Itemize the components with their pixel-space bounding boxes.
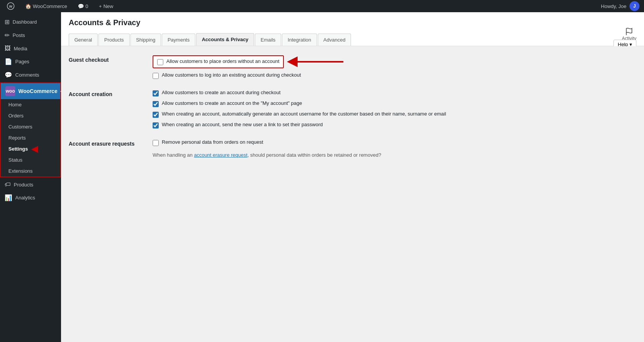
auto-username-label: When creating an account, automatically …: [162, 111, 446, 117]
sidebar: ⊞ Dashboard ✏ Posts 🖼 Media 📄 Pages 💬 Co…: [0, 12, 61, 342]
create-checkout-label: Allow customers to create an account dur…: [162, 90, 280, 95]
dashboard-icon: ⊞: [5, 18, 10, 26]
sidebar-item-media[interactable]: 🖼 Media: [0, 42, 61, 55]
main-content: Activity Help ▾ Accounts & Privacy Gener…: [61, 12, 644, 342]
sidebar-item-products[interactable]: 🏷 Products: [0, 178, 61, 191]
create-myaccount-checkbox[interactable]: [153, 101, 159, 107]
site-name-link[interactable]: 🏠 WooCommerce: [23, 0, 69, 12]
send-password-checkbox[interactable]: [153, 122, 159, 128]
comments-link[interactable]: 💬 0: [76, 0, 90, 12]
allow-guest-label: Allow customers to place orders without …: [166, 58, 279, 64]
tab-products[interactable]: Products: [98, 34, 129, 46]
media-icon: 🖼: [5, 45, 11, 52]
user-avatar[interactable]: J: [630, 1, 639, 11]
account-erasure-link[interactable]: account erasure request: [194, 152, 247, 158]
sidebar-item-settings[interactable]: Settings ◀: [1, 143, 60, 154]
auto-username-checkbox[interactable]: [153, 112, 159, 118]
tab-advanced[interactable]: Advanced: [318, 34, 351, 46]
page-title: Accounts & Privacy: [69, 18, 636, 27]
woocommerce-header[interactable]: woo WooCommerce ◀: [1, 83, 60, 99]
account-creation-section: Account creation Allow customers to crea…: [69, 90, 636, 128]
wp-logo-link[interactable]: W: [5, 0, 17, 12]
sidebar-item-extensions[interactable]: Extensions: [1, 165, 60, 177]
activity-button[interactable]: Activity: [622, 27, 636, 41]
tab-accounts[interactable]: Accounts & Privacy: [196, 33, 254, 46]
guest-checkout-section: Guest checkout Allow customers to place …: [69, 55, 636, 79]
tab-emails[interactable]: Emails: [255, 34, 281, 46]
sidebar-item-analytics[interactable]: 📊 Analytics: [0, 191, 61, 204]
tab-integration[interactable]: Integration: [282, 34, 317, 46]
user-greeting: Howdy, Joe: [601, 3, 626, 9]
woocommerce-submenu: Home Orders Customers Reports Settings ◀: [1, 99, 60, 177]
remove-personal-label: Remove personal data from orders on requ…: [162, 139, 263, 145]
sidebar-item-status[interactable]: Status: [1, 154, 60, 165]
guest-checkout-label: Guest checkout: [69, 55, 153, 63]
settings-arrow-indicator: ◀: [31, 144, 38, 154]
posts-icon: ✏: [5, 32, 10, 39]
tab-shipping[interactable]: Shipping: [130, 34, 161, 46]
account-creation-label: Account creation: [69, 90, 153, 97]
sidebar-item-pages[interactable]: 📄 Pages: [0, 55, 61, 68]
allow-guest-checkbox[interactable]: [157, 59, 163, 65]
content-header: Accounts & Privacy GeneralProductsShippi…: [61, 12, 644, 46]
remove-personal-row: Remove personal data from orders on requ…: [153, 139, 636, 146]
erasure-note: When handling an account erasure request…: [153, 151, 636, 159]
sidebar-item-home[interactable]: Home: [1, 99, 60, 110]
create-myaccount-label: Allow customers to create an account on …: [162, 100, 302, 106]
create-checkout-checkbox[interactable]: [153, 90, 159, 96]
tab-general[interactable]: General: [69, 34, 98, 46]
comments-nav-icon: 💬: [5, 71, 12, 79]
products-icon: 🏷: [5, 181, 11, 188]
send-password-label: When creating an account, send the new u…: [162, 122, 323, 127]
admin-bar: W 🏠 WooCommerce 💬 0 + New Howdy, Joe J: [0, 0, 644, 12]
svg-text:W: W: [9, 5, 13, 8]
account-erasure-label: Account erasure requests: [69, 139, 153, 147]
sidebar-item-dashboard[interactable]: ⊞ Dashboard: [0, 15, 61, 29]
sidebar-item-posts[interactable]: ✏ Posts: [0, 29, 61, 42]
sidebar-item-orders[interactable]: Orders: [1, 110, 60, 121]
analytics-icon: 📊: [5, 194, 12, 201]
pages-icon: 📄: [5, 58, 12, 65]
account-erasure-section: Account erasure requests Remove personal…: [69, 139, 636, 159]
allow-login-label: Allow customers to log into an existing …: [162, 72, 301, 78]
sidebar-item-comments[interactable]: 💬 Comments: [0, 68, 61, 82]
allow-login-checkout-row: Allow customers to log into an existing …: [153, 72, 636, 79]
auto-username-row: When creating an account, automatically …: [153, 111, 636, 118]
guest-checkout-options: Allow customers to place orders without …: [153, 55, 636, 79]
remove-personal-checkbox[interactable]: [153, 140, 159, 146]
account-erasure-options: Remove personal data from orders on requ…: [153, 139, 636, 159]
guest-checkout-arrow: [287, 56, 343, 67]
woocommerce-section: woo WooCommerce ◀ Home Orders Customers …: [0, 82, 61, 177]
sidebar-item-reports[interactable]: Reports: [1, 132, 60, 143]
sidebar-item-customers[interactable]: Customers: [1, 121, 60, 132]
account-creation-options: Allow customers to create an account dur…: [153, 90, 636, 128]
settings-tabs: GeneralProductsShippingPaymentsAccounts …: [69, 33, 636, 46]
allow-guest-checkout-row: Allow customers to place orders without …: [153, 55, 284, 68]
send-password-row: When creating an account, send the new u…: [153, 122, 636, 128]
woocommerce-icon: woo: [5, 86, 15, 96]
create-checkout-row: Allow customers to create an account dur…: [153, 90, 636, 96]
allow-login-checkbox[interactable]: [153, 73, 159, 79]
create-myaccount-row: Allow customers to create an account on …: [153, 100, 636, 107]
tab-payments[interactable]: Payments: [162, 34, 195, 46]
new-content-link[interactable]: + New: [97, 0, 116, 12]
settings-body: Guest checkout Allow customers to place …: [61, 46, 644, 179]
